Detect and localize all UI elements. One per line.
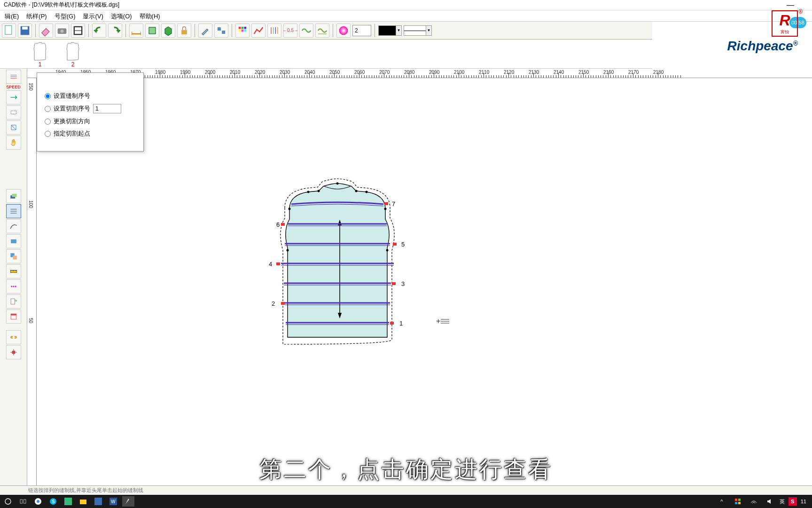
titlebar: CAD软件 - [D:\V9软件单机\打板文件\模板.dgs]: [0, 0, 812, 10]
cut-seq-input[interactable]: [93, 104, 121, 113]
tool-window[interactable]: [6, 310, 21, 324]
menu-display[interactable]: 显示(V): [80, 11, 106, 20]
wave1-button[interactable]: [299, 24, 313, 38]
tool-duplicate[interactable]: [6, 249, 21, 263]
tray-up-icon[interactable]: ^: [716, 496, 728, 507]
menu-help[interactable]: 帮助(H): [137, 11, 163, 20]
radio-cut-start[interactable]: [45, 131, 51, 137]
chevron-down-icon[interactable]: ▼: [426, 25, 432, 36]
shield-icon[interactable]: [732, 496, 744, 507]
numeric-input[interactable]: [352, 25, 371, 36]
redo-button[interactable]: [108, 24, 122, 38]
brush-button[interactable]: [198, 24, 212, 38]
skype-icon[interactable]: S: [47, 496, 59, 507]
lock-button[interactable]: [177, 24, 191, 38]
clock[interactable]: 11: [801, 499, 806, 504]
new-file-button[interactable]: [2, 24, 16, 38]
word-icon[interactable]: W: [107, 496, 119, 507]
menu-edit[interactable]: 辑(E): [2, 11, 22, 20]
wave2-button[interactable]: [315, 24, 329, 38]
app-icon-2[interactable]: [92, 496, 104, 507]
thumbnail-2[interactable]: 2: [61, 41, 85, 66]
seq-6: 6: [276, 221, 280, 228]
speed-label: SPEED: [1, 85, 26, 89]
color-wheel-button[interactable]: [336, 24, 351, 38]
cad-app-icon[interactable]: [122, 496, 134, 507]
align-button[interactable]: [214, 24, 228, 38]
undo-button[interactable]: [92, 24, 106, 38]
cube-button[interactable]: [161, 24, 175, 38]
svg-rect-17: [239, 29, 241, 32]
tool-ruler[interactable]: [6, 264, 21, 278]
tool-hand[interactable]: [6, 135, 21, 150]
line-style-picker[interactable]: ▼: [404, 25, 432, 36]
radio-sew-seq[interactable]: [45, 93, 51, 99]
system-tray: ^ 英 S 11: [716, 496, 810, 507]
svg-rect-14: [239, 26, 241, 29]
ime-icon[interactable]: S: [789, 497, 797, 506]
bars-button[interactable]: [267, 24, 281, 38]
app-icon-1[interactable]: [62, 496, 74, 507]
wifi-icon[interactable]: [748, 496, 760, 507]
svg-point-47: [13, 286, 14, 287]
chevron-down-icon[interactable]: ▼: [396, 25, 402, 36]
fill-color-picker[interactable]: ▼: [378, 25, 402, 36]
chrome-icon[interactable]: [32, 496, 44, 507]
save-button[interactable]: [18, 24, 32, 38]
svg-rect-0: [5, 25, 12, 34]
tool-sequence[interactable]: [6, 204, 21, 218]
frame-button[interactable]: [71, 24, 85, 38]
menu-options[interactable]: 选项(O): [108, 11, 135, 20]
garment-drawing[interactable]: 1 2 3 4 5 6 7: [262, 175, 422, 356]
chart-button[interactable]: [251, 24, 265, 38]
svg-rect-78: [20, 500, 23, 503]
thumbnail-1[interactable]: 1: [28, 41, 52, 66]
seq-5: 5: [401, 241, 405, 248]
palette-button[interactable]: [235, 24, 250, 38]
tool-seam[interactable]: [6, 70, 21, 84]
statusbar: 链选按排列的缝制线,并靠近头尾单击起始的缝制线: [0, 485, 812, 495]
tool-pattern[interactable]: [6, 120, 21, 135]
svg-rect-39: [11, 239, 16, 243]
svg-rect-91: [735, 502, 737, 504]
grid3d-button[interactable]: [145, 24, 159, 38]
svg-rect-59: [281, 302, 285, 305]
measure-button[interactable]: [129, 24, 143, 38]
svg-rect-16: [244, 26, 247, 29]
task-view-icon[interactable]: [17, 496, 29, 507]
tool-curve[interactable]: [6, 219, 21, 233]
svg-point-69: [355, 190, 358, 192]
tool-layer[interactable]: [6, 189, 21, 203]
start-button[interactable]: [2, 496, 14, 507]
radio-label: 设置切割序号: [54, 104, 90, 113]
scale-05-button[interactable]: ←0.5→: [283, 24, 297, 38]
svg-point-67: [318, 190, 320, 192]
tool-origin[interactable]: [6, 345, 21, 359]
camera-button[interactable]: [55, 24, 69, 38]
tool-rect-fill[interactable]: [6, 234, 21, 248]
tool-speed[interactable]: [6, 90, 21, 104]
svg-rect-51: [11, 314, 16, 315]
svg-rect-41: [13, 255, 16, 259]
window-title: CAD软件 - [D:\V9软件单机\打板文件\模板.dgs]: [4, 1, 119, 8]
tool-cut[interactable]: [6, 105, 21, 119]
tool-export[interactable]: [6, 294, 21, 309]
svg-point-81: [37, 500, 39, 503]
volume-icon[interactable]: [764, 496, 776, 507]
radio-label: 指定切割起点: [54, 129, 90, 138]
tool-link[interactable]: [6, 330, 21, 344]
explorer-icon[interactable]: [77, 496, 89, 507]
menu-size[interactable]: 号型(G): [52, 11, 78, 20]
minimize-button[interactable]: —: [783, 1, 798, 9]
brand-name: Richpeace: [727, 39, 793, 53]
radio-cut-dir[interactable]: [45, 119, 51, 125]
ime-lang[interactable]: 英: [780, 498, 785, 505]
thumb-label: 1: [28, 61, 52, 68]
canvas[interactable]: 1940195019601970198019902000201020202030…: [27, 69, 812, 495]
svg-text:W: W: [111, 499, 116, 504]
menu-paper[interactable]: 纸样(P): [23, 11, 49, 20]
eraser-button[interactable]: [39, 24, 53, 38]
tool-dots[interactable]: [6, 279, 21, 294]
svg-marker-93: [767, 499, 771, 504]
radio-cut-seq[interactable]: [45, 106, 51, 112]
